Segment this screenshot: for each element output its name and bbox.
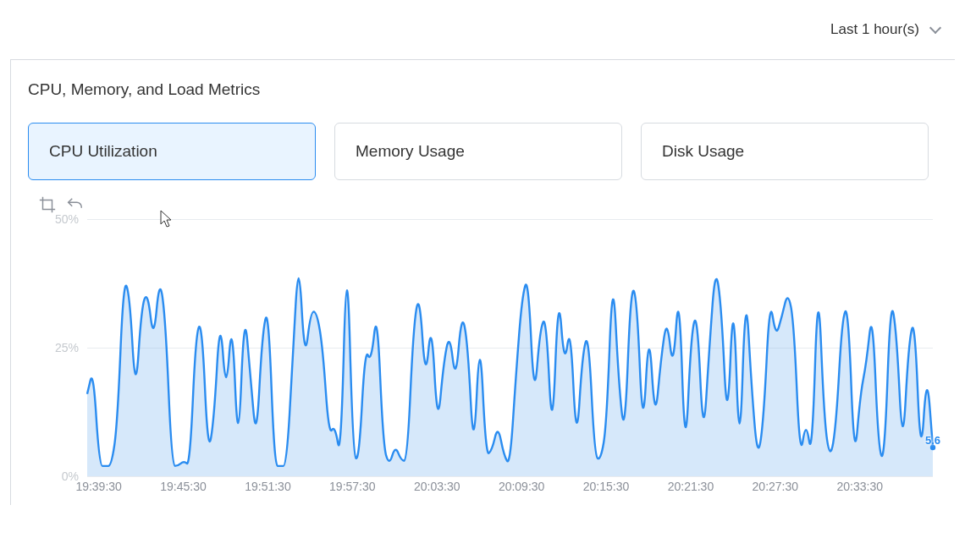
timerange-select[interactable]: Last 1 hour(s): [830, 21, 941, 38]
timerange-label: Last 1 hour(s): [830, 21, 919, 38]
x-tick-label: 19:39:30: [75, 480, 122, 493]
tab-cpu-utilization[interactable]: CPU Utilization: [28, 123, 316, 180]
undo-icon[interactable]: [65, 195, 84, 214]
x-axis: 19:39:3019:45:3019:51:3019:57:3020:03:30…: [87, 480, 933, 498]
cpu-chart: 0%25%50% 5.6 19:39:3019:45:3019:51:3019:…: [28, 219, 938, 498]
card-title: CPU, Memory, and Load Metrics: [28, 80, 938, 99]
x-tick-label: 19:45:30: [160, 480, 207, 493]
chevron-down-icon: [929, 24, 941, 36]
crop-icon[interactable]: [38, 195, 57, 214]
tab-bar: CPU Utilization Memory Usage Disk Usage: [28, 123, 938, 180]
y-tick-label: 25%: [55, 341, 79, 354]
chart-toolbar: [38, 195, 938, 214]
tab-label: Memory Usage: [356, 142, 465, 161]
x-tick-label: 20:33:30: [836, 480, 883, 493]
tab-memory-usage[interactable]: Memory Usage: [334, 123, 622, 180]
plot-area: 5.6: [87, 219, 933, 476]
x-tick-label: 20:21:30: [668, 480, 714, 493]
tab-disk-usage[interactable]: Disk Usage: [641, 123, 929, 180]
tab-label: Disk Usage: [662, 142, 744, 161]
x-tick-label: 19:51:30: [245, 480, 291, 493]
x-tick-label: 20:09:30: [499, 480, 545, 493]
x-tick-label: 19:57:30: [329, 480, 376, 493]
y-axis: 0%25%50%: [35, 219, 79, 476]
endpoint-value: 5.6: [925, 433, 940, 446]
x-tick-label: 20:03:30: [414, 480, 460, 493]
metrics-card: CPU, Memory, and Load Metrics CPU Utiliz…: [10, 59, 955, 505]
x-tick-label: 20:15:30: [583, 480, 630, 493]
y-tick-label: 50%: [55, 212, 79, 226]
x-tick-label: 20:27:30: [753, 480, 799, 493]
tab-label: CPU Utilization: [49, 142, 157, 161]
